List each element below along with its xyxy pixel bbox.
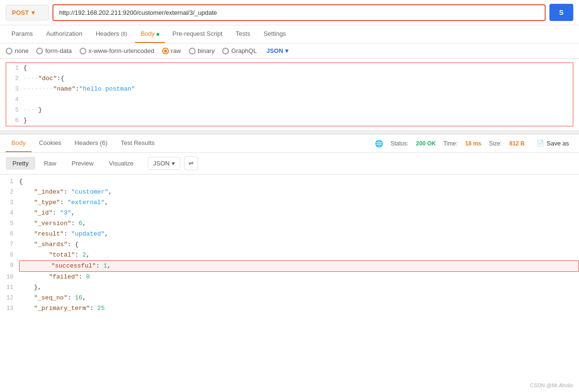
resp-line-8: 8 "total": 2, [0,250,579,260]
radio-raw [162,48,169,54]
time-label: Time: [444,140,458,147]
resp-line-1: 1 { [0,176,579,187]
radio-form-data [36,48,43,54]
radio-binary [189,48,196,54]
req-line-6: 6 } [6,115,573,126]
resp-line-12: 12 "_seq_no": 16, [0,293,579,303]
method-chevron: ▾ [31,9,35,16]
option-raw[interactable]: raw [162,47,181,54]
size-label: Size: [489,140,502,147]
resp-tab-testresults[interactable]: Test Results [115,134,160,152]
resp-tab-headers[interactable]: Headers (6) [69,134,114,152]
response-format-selector[interactable]: JSON ▾ [148,157,180,170]
resp-tab-body[interactable]: Body [6,134,31,152]
resp-line-5: 5 "_version": 6, [0,218,579,229]
time-value: 18 ms [465,140,481,147]
option-graphql[interactable]: GraphQL [222,47,257,54]
section-divider [0,130,579,134]
watermark: CSDN @Mr.Aholic [530,382,573,388]
tab-prerequest[interactable]: Pre-request Script [167,25,228,43]
send-button[interactable]: S [549,4,573,21]
resp-line-10: 10 "failed": 0 [0,272,579,282]
req-line-3: 3 ········"name":"hello postman" [6,84,573,94]
wrap-button[interactable]: ⇌ [184,156,198,170]
request-tabs: Params Authorization Headers (8) Body Pr… [0,25,579,43]
save-as-button[interactable]: 📄 Save as [532,137,573,149]
response-body: 1 { 2 "_index": "customer", 3 "_type": "… [0,175,579,316]
tab-tests[interactable]: Tests [230,25,256,43]
tab-params[interactable]: Params [6,25,39,43]
view-preview[interactable]: Preview [65,157,100,170]
response-format-label: JSON [153,160,170,167]
json-format-selector[interactable]: JSON ▾ [266,47,288,54]
option-none[interactable]: none [6,47,29,54]
url-input[interactable]: http://192.168.202.211:9200/customer/ext… [52,4,546,21]
option-binary[interactable]: binary [189,47,215,54]
view-raw[interactable]: Raw [37,157,63,170]
save-icon: 📄 [537,140,544,147]
tab-headers[interactable]: Headers (8) [90,25,133,43]
size-value: 812 B [509,140,525,147]
response-format-chevron: ▾ [172,160,175,167]
url-bar: POST ▾ http://192.168.202.211:9200/custo… [0,0,579,25]
status-code: 200 OK [416,140,435,147]
resp-line-4: 4 "_id": "3", [0,208,579,218]
req-line-2: 2 ····"doc":{ [6,73,573,84]
resp-line-13: 13 "_primary_term": 25 [0,303,579,314]
req-line-1: 1 { [6,63,573,73]
resp-line-6: 6 "result": "updated", [0,229,579,239]
response-status-bar: 🌐 Status: 200 OK Time: 18 ms Size: 812 B… [375,137,573,149]
resp-line-11: 11 }, [0,282,579,293]
view-pretty[interactable]: Pretty [6,157,35,170]
json-label: JSON [266,47,283,54]
status-label: Status: [391,140,408,147]
tab-authorization[interactable]: Authorization [41,25,88,43]
radio-graphql [222,48,229,54]
method-label: POST [12,9,29,16]
body-options: none form-data x-www-form-urlencoded raw… [0,43,579,59]
resp-line-3: 3 "_type": "external", [0,197,579,208]
json-chevron: ▾ [285,47,289,54]
save-as-label: Save as [547,140,569,147]
req-line-4: 4 [6,94,573,105]
globe-icon: 🌐 [375,140,383,147]
response-view-options: Pretty Raw Preview Visualize JSON ▾ ⇌ [0,153,579,175]
req-line-5: 5 ····} [6,105,573,115]
request-body-editor[interactable]: 1 { 2 ····"doc":{ 3 ········"name":"hell… [6,62,573,126]
resp-line-7: 7 "_shards": { [0,239,579,250]
tab-settings[interactable]: Settings [258,25,292,43]
option-urlencoded[interactable]: x-www-form-urlencoded [80,47,155,54]
option-form-data[interactable]: form-data [36,47,72,54]
radio-none [6,48,12,54]
resp-line-9: 9 "successful": 1, [0,260,579,272]
view-visualize[interactable]: Visualize [102,157,140,170]
resp-line-2: 2 "_index": "customer", [0,187,579,197]
radio-urlencoded [80,48,86,54]
method-dropdown[interactable]: POST ▾ [6,5,49,21]
response-tabs: Body Cookies Headers (6) Test Results 🌐 … [0,134,579,153]
tab-body[interactable]: Body [135,25,165,43]
resp-tab-cookies[interactable]: Cookies [33,134,67,152]
